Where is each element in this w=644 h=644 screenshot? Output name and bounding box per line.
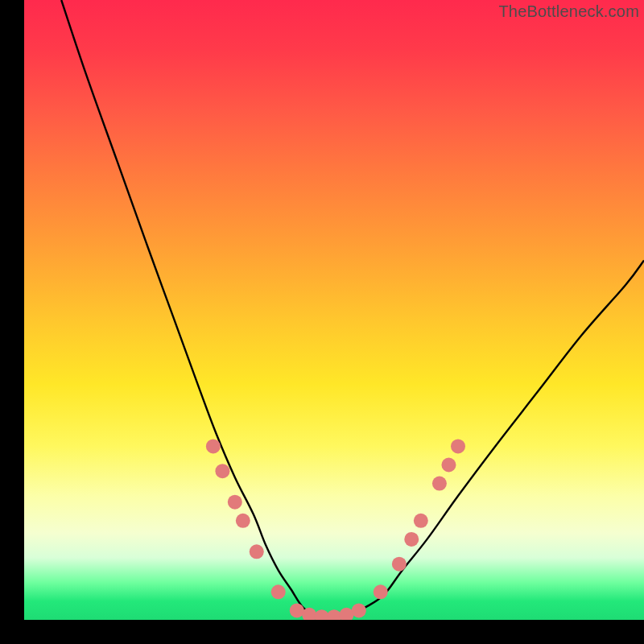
curve-marker: [451, 439, 465, 453]
curve-marker: [432, 477, 447, 491]
chart-frame: TheBottleneck.com: [0, 0, 644, 644]
chart-plot-area: [24, 0, 644, 620]
curve-marker: [250, 544, 264, 559]
watermark-text: TheBottleneck.com: [498, 2, 639, 21]
curve-marker: [404, 532, 419, 547]
curve-marker: [352, 603, 366, 617]
curve-marker: [327, 609, 341, 620]
curve-marker: [374, 584, 388, 599]
curve-marker: [315, 609, 329, 620]
curve-marker: [392, 557, 407, 572]
curve-marker: [290, 603, 304, 617]
curve-marker: [414, 514, 428, 528]
curve-marker: [236, 514, 250, 528]
curve-marker: [271, 584, 286, 599]
curve-marker: [215, 464, 229, 478]
curve-marker: [339, 608, 353, 620]
curve-marker: [228, 495, 242, 510]
bottleneck-curve-path: [61, 0, 644, 617]
curve-marker: [206, 439, 221, 453]
curve-marker: [441, 458, 456, 473]
curve-markers: [206, 439, 465, 620]
chart-svg: [24, 0, 644, 620]
